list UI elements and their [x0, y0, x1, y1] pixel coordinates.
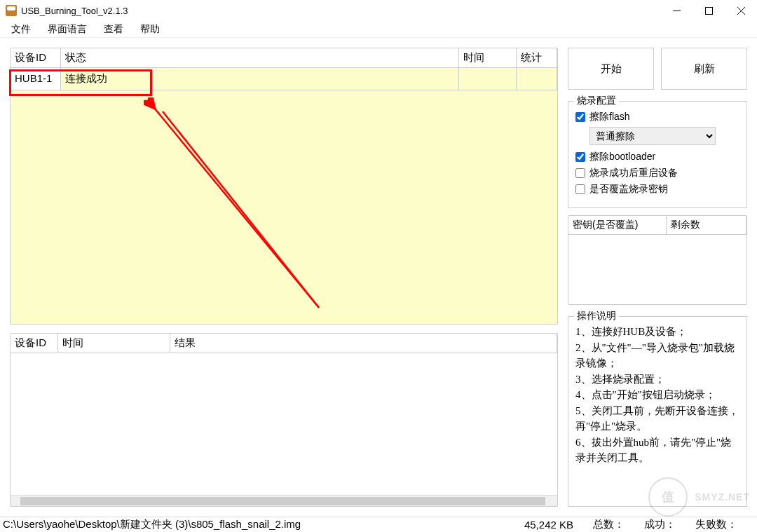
- status-fail: 失败数：: [695, 518, 757, 531]
- menu-view[interactable]: 查看: [95, 22, 132, 37]
- log-header-id: 设备ID: [11, 334, 58, 353]
- burn-config-group: 烧录配置 擦除flash 普通擦除 擦除bootloader 烧录成功后重启设备: [568, 101, 747, 208]
- titlebar: USB_Burning_Tool_v2.1.3: [0, 0, 757, 21]
- erase-bootloader-label: 擦除bootloader: [589, 151, 655, 163]
- erase-flash-row[interactable]: 擦除flash: [575, 111, 739, 123]
- app-icon: [6, 5, 17, 16]
- log-table-header: 设备ID 时间 结果: [11, 334, 557, 353]
- arrow-annotation: [144, 97, 326, 315]
- menu-language[interactable]: 界面语言: [39, 22, 95, 37]
- reboot-after-checkbox[interactable]: [575, 168, 585, 178]
- left-column: 设备ID 状态 时间 统计 HUB1-1 连接成功 设备ID: [10, 48, 558, 507]
- instruction-line: 5、关闭工具前，先断开设备连接，再"停止"烧录。: [575, 403, 739, 435]
- device-table-header: 设备ID 状态 时间 统计: [11, 48, 557, 68]
- cell-status: 连接成功: [61, 68, 459, 90]
- overwrite-key-row[interactable]: 是否覆盖烧录密钥: [575, 183, 739, 196]
- status-total: 总数：: [593, 518, 644, 531]
- overwrite-key-checkbox[interactable]: [575, 184, 585, 194]
- instruction-line: 2、从"文件"—"导入烧录包"加载烧录镜像；: [575, 340, 739, 371]
- log-panel: 设备ID 时间 结果: [10, 333, 558, 507]
- svg-line-5: [163, 111, 319, 308]
- cell-device-id: HUB1-1: [11, 68, 61, 90]
- header-stat: 统计: [517, 48, 557, 67]
- key-header-remain: 剩余数: [667, 216, 746, 234]
- erase-bootloader-checkbox[interactable]: [575, 152, 585, 162]
- erase-flash-checkbox[interactable]: [575, 112, 585, 122]
- log-header-result: 结果: [170, 334, 557, 353]
- header-time: 时间: [459, 48, 517, 67]
- status-path: C:\Users\yaohe\Desktop\新建文件夹 (3)\s805_fl…: [3, 518, 524, 531]
- header-device-id: 设备ID: [11, 48, 61, 67]
- instruction-line: 4、点击"开始"按钮启动烧录；: [575, 387, 739, 403]
- key-table-header: 密钥(是否覆盖) 剩余数: [568, 216, 746, 235]
- instruction-line: 1、连接好HUB及设备；: [575, 324, 739, 340]
- instructions-body: 1、连接好HUB及设备； 2、从"文件"—"导入烧录包"加载烧录镜像； 3、选择…: [575, 322, 739, 466]
- config-title: 烧录配置: [574, 95, 619, 107]
- start-button[interactable]: 开始: [568, 48, 654, 90]
- instruction-line: 6、拔出外置hub前，请先"停止"烧录并关闭工具。: [575, 435, 739, 466]
- maximize-button[interactable]: [693, 0, 725, 21]
- horizontal-scrollbar[interactable]: [11, 495, 557, 506]
- table-row[interactable]: HUB1-1 连接成功: [11, 68, 557, 90]
- menubar: 文件 界面语言 查看 帮助: [0, 21, 757, 38]
- window-controls: [660, 0, 757, 21]
- erase-mode-wrap: 普通擦除: [589, 127, 739, 145]
- header-status: 状态: [61, 48, 459, 67]
- svg-line-4: [154, 108, 319, 308]
- key-table: 密钥(是否覆盖) 剩余数: [568, 215, 747, 305]
- menu-help[interactable]: 帮助: [132, 22, 168, 37]
- reboot-after-label: 烧录成功后重启设备: [589, 167, 678, 179]
- instructions-group: 操作说明 1、连接好HUB及设备； 2、从"文件"—"导入烧录包"加载烧录镜像；…: [568, 316, 747, 507]
- cell-time: [459, 68, 517, 90]
- key-header-key: 密钥(是否覆盖): [568, 216, 667, 234]
- close-button[interactable]: [725, 0, 757, 21]
- erase-mode-select[interactable]: 普通擦除: [589, 127, 716, 145]
- instructions-title: 操作说明: [574, 310, 619, 322]
- instruction-line: 3、选择烧录配置；: [575, 371, 739, 388]
- log-header-time: 时间: [58, 334, 170, 353]
- right-column: 开始 刷新 烧录配置 擦除flash 普通擦除 擦除bootloader 烧录成…: [568, 48, 747, 507]
- svg-rect-1: [705, 7, 712, 14]
- erase-flash-label: 擦除flash: [589, 111, 630, 123]
- erase-bootloader-row[interactable]: 擦除bootloader: [575, 151, 739, 163]
- statusbar: C:\Users\yaohe\Desktop\新建文件夹 (3)\s805_fl…: [0, 517, 757, 532]
- device-table: 设备ID 状态 时间 统计 HUB1-1 连接成功: [10, 48, 558, 325]
- cell-stat: [517, 68, 557, 90]
- refresh-button[interactable]: 刷新: [661, 48, 747, 90]
- action-buttons: 开始 刷新: [568, 48, 747, 90]
- minimize-button[interactable]: [660, 0, 693, 21]
- overwrite-key-label: 是否覆盖烧录密钥: [589, 183, 668, 196]
- status-success: 成功：: [644, 518, 695, 531]
- log-table: 设备ID 时间 结果: [11, 334, 557, 495]
- content-area: 设备ID 状态 时间 统计 HUB1-1 连接成功 设备ID: [0, 38, 757, 517]
- menu-file[interactable]: 文件: [3, 22, 39, 37]
- window-title: USB_Burning_Tool_v2.1.3: [21, 6, 128, 16]
- status-size: 45,242 KB: [524, 519, 593, 531]
- reboot-after-row[interactable]: 烧录成功后重启设备: [575, 167, 739, 179]
